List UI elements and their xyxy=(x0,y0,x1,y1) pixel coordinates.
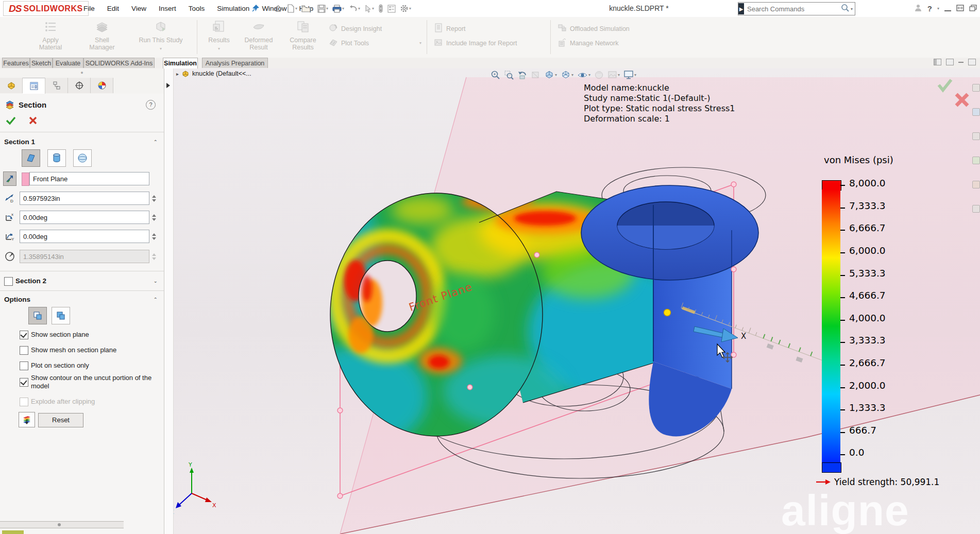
panel-splitter[interactable] xyxy=(0,521,124,528)
zoom-to-fit-icon[interactable] xyxy=(491,70,500,80)
pin-menu-icon[interactable] xyxy=(251,4,260,14)
compare-results-button[interactable]: CompareResults xyxy=(282,19,324,51)
show-mesh-checkbox[interactable] xyxy=(20,346,28,355)
options-header[interactable]: Options xyxy=(4,296,30,303)
offset-spinner[interactable] xyxy=(150,192,158,205)
offset-distance-field[interactable]: 0.5975923in xyxy=(20,192,149,205)
solidworks-logo[interactable]: DS SOLIDWORKS xyxy=(3,1,89,16)
select-icon[interactable]: ▾ xyxy=(363,2,376,15)
search-dropdown-icon[interactable]: ▾ xyxy=(851,7,853,11)
pm-ok-icon[interactable] xyxy=(5,115,16,126)
menu-edit[interactable]: Edit xyxy=(101,0,125,17)
tab-simulation[interactable]: Simulation xyxy=(163,58,198,68)
view-orientation-icon[interactable]: ▾ xyxy=(544,70,557,80)
rotation-y-field[interactable]: 0.00deg xyxy=(20,230,149,243)
run-this-study-button[interactable]: Run This Study ▾ xyxy=(130,19,192,53)
results-button[interactable]: Results ▾ xyxy=(202,19,236,53)
tab-solidworks-add-ins[interactable]: SOLIDWORKS Add-Ins xyxy=(83,58,155,68)
task-pane-explorer-icon[interactable] xyxy=(972,132,980,140)
help-icon[interactable]: ? xyxy=(927,4,932,13)
plot-on-section-only-checkbox[interactable] xyxy=(20,361,28,370)
minimize-icon[interactable] xyxy=(944,10,951,11)
search-icon[interactable] xyxy=(841,4,850,14)
pane-left-icon[interactable] xyxy=(934,59,941,65)
expand-tree-icon[interactable]: ▸ xyxy=(176,71,179,77)
home-icon[interactable] xyxy=(272,2,284,15)
tab-features[interactable]: Features xyxy=(2,58,30,68)
search-scope-icon[interactable]: ▶ xyxy=(738,3,744,14)
tab-evaluate[interactable]: Evaluate xyxy=(53,58,83,68)
task-pane-appearances-icon[interactable] xyxy=(972,181,980,188)
breadcrumb[interactable]: ▸ knuckle (Default<<... xyxy=(176,70,251,77)
reference-plane-field[interactable]: Front Plane xyxy=(29,172,149,185)
previous-view-icon[interactable] xyxy=(517,70,527,80)
cylindrical-section-button[interactable] xyxy=(47,149,66,167)
view-settings-icon[interactable]: ▾ xyxy=(623,70,636,79)
flyout-expand-icon[interactable] xyxy=(166,83,170,88)
save-icon[interactable]: ▾ xyxy=(316,2,330,15)
section2-expand-icon[interactable]: ⌄ xyxy=(154,278,158,284)
print-icon[interactable]: ▾ xyxy=(331,2,346,15)
display-style-icon[interactable]: ▾ xyxy=(561,70,573,80)
tab-property-manager[interactable] xyxy=(23,78,45,94)
menu-insert[interactable]: Insert xyxy=(153,0,182,17)
zoom-to-area-icon[interactable] xyxy=(504,70,514,80)
tab-configuration-manager[interactable] xyxy=(45,78,68,93)
section2-checkbox[interactable] xyxy=(4,277,13,286)
options-collapse-icon[interactable]: ⌃ xyxy=(154,297,158,302)
magnet-icon[interactable] xyxy=(377,2,385,15)
pm-cancel-icon[interactable] xyxy=(28,115,38,126)
design-insight-button[interactable]: Design Insight xyxy=(329,23,382,34)
file-properties-icon[interactable] xyxy=(386,2,397,15)
undo-icon[interactable]: ▾ xyxy=(347,2,362,15)
options-gear-icon[interactable]: ▾ xyxy=(398,2,413,15)
section1-header[interactable]: Section 1 xyxy=(4,138,35,146)
pane-right-icon[interactable] xyxy=(946,59,954,65)
graphics-area[interactable]: X Y X xyxy=(173,68,980,534)
rotation-x-spinner[interactable] xyxy=(150,211,158,224)
search-commands-box[interactable]: ▶ ▾ xyxy=(738,2,855,15)
menu-simulation[interactable]: Simulation xyxy=(211,0,256,17)
clip-union-button[interactable] xyxy=(52,307,70,324)
plane-drag-origin-handle[interactable] xyxy=(664,309,671,316)
shell-manager-button[interactable]: ShellManager xyxy=(76,19,128,51)
tab-display-manager[interactable] xyxy=(91,78,113,93)
manage-network-button[interactable]: Manage Network xyxy=(557,38,619,48)
rotation-x-field[interactable]: 0.00deg xyxy=(20,211,149,224)
confirm-ok-icon[interactable] xyxy=(939,80,951,90)
reference-entity-icon[interactable] xyxy=(3,172,16,185)
section-view-icon[interactable] xyxy=(531,70,540,80)
task-pane-custom-props-icon[interactable] xyxy=(972,205,980,213)
open-icon[interactable]: ▾ xyxy=(300,2,315,15)
new-document-icon[interactable]: ▾ xyxy=(285,2,299,15)
restore-icon[interactable] xyxy=(956,4,964,13)
plot-tools-button[interactable]: Plot Tools ▾ xyxy=(329,38,421,48)
search-input[interactable] xyxy=(744,5,841,13)
cascade-icon[interactable] xyxy=(969,4,977,13)
collapse-ribbon-icon[interactable] xyxy=(958,62,964,63)
section-reset-icon-button[interactable] xyxy=(19,412,35,427)
planar-section-button[interactable] xyxy=(22,149,40,167)
confirm-cancel-icon[interactable] xyxy=(956,94,968,106)
deformed-result-button[interactable]: DeformedResult xyxy=(238,19,279,51)
apply-scene-icon[interactable]: ▾ xyxy=(607,70,620,80)
rotation-y-spinner[interactable] xyxy=(150,230,158,243)
apply-material-button[interactable]: ApplyMaterial xyxy=(25,19,76,51)
task-pane-view-palette-icon[interactable] xyxy=(972,157,980,164)
show-section-plane-checkbox[interactable] xyxy=(20,331,28,339)
pm-help-icon[interactable]: ? xyxy=(146,100,156,110)
tab-dimxpert-manager[interactable] xyxy=(68,78,91,93)
section1-collapse-icon[interactable]: ⌃ xyxy=(154,139,158,145)
section2-header[interactable]: Section 2 xyxy=(15,277,46,285)
pane-float-icon[interactable] xyxy=(968,59,976,65)
hide-show-items-icon[interactable]: ▾ xyxy=(577,70,590,80)
menu-file[interactable]: File xyxy=(77,0,101,17)
edit-appearance-icon[interactable] xyxy=(594,70,604,80)
menu-view[interactable]: View xyxy=(125,0,153,17)
include-image-for-report-button[interactable]: Include Image for Report xyxy=(434,38,517,48)
report-button[interactable]: Report xyxy=(434,23,466,34)
tab-analysis-preparation[interactable]: Analysis Preparation xyxy=(202,58,268,68)
panel-grip[interactable]: ● xyxy=(0,71,164,76)
spherical-section-button[interactable] xyxy=(73,149,92,167)
tab-sketch[interactable]: Sketch xyxy=(30,58,53,68)
